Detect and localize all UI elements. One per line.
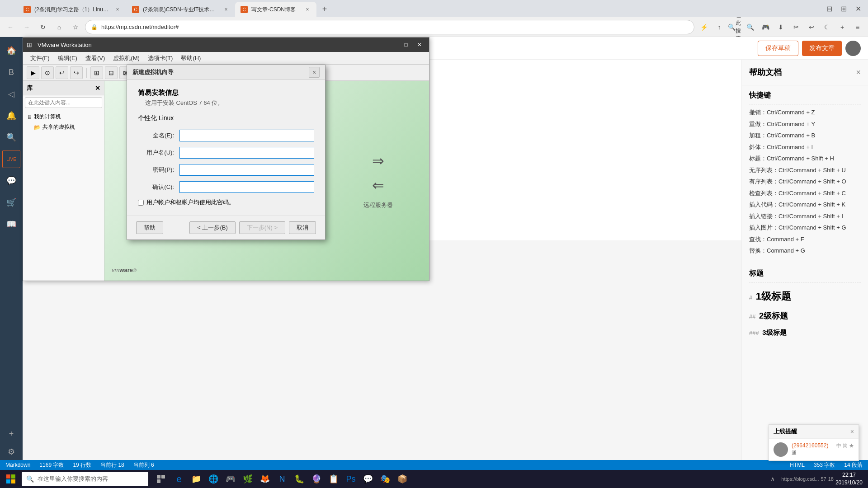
- shortcut-italic: 斜体： Ctrl/Command + I: [749, 143, 861, 152]
- browser-tab-3[interactable]: C 写文章-CSDN博客 ×: [235, 2, 316, 17]
- save-draft-button[interactable]: 保存草稿: [758, 41, 798, 56]
- search-button[interactable]: 🔍: [743, 20, 757, 34]
- form-row-confirm: 确认(C):: [138, 181, 314, 193]
- minimize-button[interactable]: ⊟: [823, 2, 835, 15]
- share-button[interactable]: ↑: [712, 20, 726, 34]
- cancel-button[interactable]: 取消: [289, 221, 316, 234]
- url-bar[interactable]: 🔒 https://mp.csdn.net/mdeditor#: [85, 20, 694, 34]
- taskbar-app5[interactable]: N: [274, 471, 290, 487]
- taskbar-app8[interactable]: 📋: [326, 471, 342, 487]
- sidebar-collapse-icon[interactable]: ◁: [2, 85, 20, 103]
- header-actions: 保存草稿 发布文章: [758, 41, 861, 56]
- search-dropdown[interactable]: 🔍 在此搜索: [728, 20, 741, 34]
- notification-body: (29642160552) 通 中 简 ★: [769, 439, 859, 460]
- sidebar-book-icon[interactable]: 📖: [2, 215, 20, 233]
- dialog-overlay: 新建虚拟机向导 × 简易安装信息 这用于安装 CentOS 7 64 位。 个性…: [23, 38, 429, 281]
- next-button[interactable]: 下一步(N) >: [239, 221, 285, 234]
- headings-section: 标题 # 1级标题 ## 2级标题 ### 3级标题: [742, 263, 868, 346]
- taskbar-app10[interactable]: 🎭: [377, 471, 393, 487]
- taskbar-date-value: 2019/10/20: [835, 479, 863, 487]
- sidebar-chat-icon[interactable]: 💬: [2, 172, 20, 190]
- notification-popup: 上线提醒 × (29642160552) 通 中 简 ★: [769, 424, 859, 461]
- taskbar-search[interactable]: 🔍 在这里输入你要搜索的内容: [22, 472, 148, 486]
- sidebar-add-icon[interactable]: +: [2, 425, 20, 443]
- tab-favicon-3: C: [241, 6, 248, 13]
- favorites-button[interactable]: ☆: [69, 20, 82, 34]
- new-tab-button[interactable]: +: [318, 3, 331, 15]
- sidebar-home-icon[interactable]: 🏠: [2, 42, 20, 60]
- dark-mode-icon[interactable]: ☾: [820, 20, 834, 34]
- sidebar-bookmark-icon[interactable]: B: [2, 63, 20, 81]
- close-window-button[interactable]: ✕: [852, 2, 864, 15]
- csdn-left-sidebar: 🏠 B ◁ 🔔 🔍 LIVE 💬 🛒 📖 + ⚙: [0, 37, 23, 488]
- help-panel-close[interactable]: ×: [856, 68, 861, 77]
- sidebar-settings-icon[interactable]: ⚙: [2, 443, 20, 461]
- sidebar-search-icon[interactable]: 🔍: [2, 128, 20, 146]
- shortcut-ol: 有序列表： Ctrl/Command + Shift + O: [749, 177, 861, 186]
- shortcuts-title: 快捷键: [749, 91, 861, 100]
- windows-logo-icon: [6, 474, 15, 483]
- taskbar-app4[interactable]: 🦊: [257, 471, 273, 487]
- password-checkbox[interactable]: [138, 200, 144, 206]
- taskbar-app3[interactable]: 🌿: [240, 471, 256, 487]
- taskbar-app9[interactable]: Ps: [343, 471, 359, 487]
- tab-close-3[interactable]: ×: [304, 6, 311, 13]
- shortcut-image: 插入图片： Ctrl/Command + Shift + G: [749, 223, 861, 232]
- shortcut-checklist: 检查列表： Ctrl/Command + Shift + C: [749, 189, 861, 198]
- taskbar-items: e 📁 🌐 🎮 🌿 🦊 N 🐛 🔮 📋 Ps 💬 🎭 📦: [152, 470, 410, 488]
- label-confirm: 确认(C):: [138, 183, 174, 191]
- taskbar-app2[interactable]: 🎮: [222, 471, 239, 487]
- download-icon[interactable]: ⬇: [774, 20, 788, 34]
- taskbar-explorer[interactable]: 📁: [188, 471, 204, 487]
- input-confirm[interactable]: [179, 181, 314, 193]
- tab-close-2[interactable]: ×: [222, 6, 230, 13]
- undo-icon[interactable]: ↩: [805, 20, 818, 34]
- browser-tab-1[interactable]: C (2条消息)学习之路（1）Linux在虚拟 ×: [18, 2, 127, 17]
- dialog-body: 简易安装信息 这用于安装 CentOS 7 64 位。 个性化 Linux 全名…: [127, 80, 325, 216]
- notification-close[interactable]: ×: [850, 428, 854, 435]
- help-panel-title: 帮助文档: [749, 67, 782, 78]
- scissors-icon[interactable]: ✂: [789, 20, 803, 34]
- taskbar-ie[interactable]: e: [171, 471, 187, 487]
- status-html-paras: 14 段落: [844, 461, 863, 469]
- browser-tab-2[interactable]: C (2条消息)CSDN-专业IT技术社区 ×: [127, 2, 235, 17]
- input-username[interactable]: [179, 147, 314, 159]
- add-icon[interactable]: +: [835, 20, 849, 34]
- user-avatar[interactable]: [845, 41, 861, 56]
- dialog-close-button[interactable]: ×: [309, 67, 320, 78]
- sidebar-shop-icon[interactable]: 🛒: [2, 193, 20, 211]
- taskbar-app1[interactable]: 🌐: [205, 471, 222, 487]
- notification-action: 通: [792, 450, 833, 456]
- home-button[interactable]: ⌂: [52, 20, 66, 34]
- heading-h2-demo: ## 2级标题: [749, 307, 861, 325]
- input-fullname[interactable]: [179, 130, 314, 141]
- gamepad-icon[interactable]: 🎮: [759, 20, 772, 34]
- shortcut-undo: 撤销： Ctrl/Command + Z: [749, 108, 861, 117]
- publish-button[interactable]: 发布文章: [802, 41, 842, 56]
- taskbar-task-view[interactable]: [152, 470, 170, 488]
- help-button[interactable]: 帮助: [136, 221, 163, 234]
- taskbar-search-icon: 🔍: [26, 475, 34, 483]
- back-button[interactable]: < 上一步(B): [189, 221, 236, 234]
- taskbar-clock[interactable]: 22:17 2019/10/20: [835, 471, 863, 487]
- back-button[interactable]: ←: [4, 20, 17, 34]
- notification-username: (29642160552): [792, 442, 833, 449]
- start-button[interactable]: [2, 470, 20, 488]
- lightning-icon[interactable]: ⚡: [697, 20, 711, 34]
- forward-button[interactable]: →: [20, 20, 33, 34]
- tab-close-1[interactable]: ×: [114, 6, 121, 13]
- shortcut-bold: 加粗： Ctrl/Command + B: [749, 131, 861, 140]
- taskbar-chevron[interactable]: ∧: [766, 472, 779, 486]
- sidebar-bell-icon[interactable]: 🔔: [2, 107, 20, 125]
- refresh-button[interactable]: ↻: [36, 20, 50, 34]
- taskbar-wechat[interactable]: 💬: [360, 471, 376, 487]
- status-html-label: HTML: [790, 462, 805, 468]
- taskbar-app7[interactable]: 🔮: [308, 471, 325, 487]
- input-password[interactable]: [179, 164, 314, 176]
- tab-title-2: (2条消息)CSDN-专业IT技术社区: [143, 6, 219, 14]
- taskbar-app6[interactable]: 🐛: [291, 471, 307, 487]
- restore-button[interactable]: ⊞: [837, 2, 850, 15]
- taskbar-app11[interactable]: 📦: [394, 471, 410, 487]
- sidebar-live-icon[interactable]: LIVE: [2, 150, 20, 168]
- menu-icon[interactable]: ≡: [851, 20, 864, 34]
